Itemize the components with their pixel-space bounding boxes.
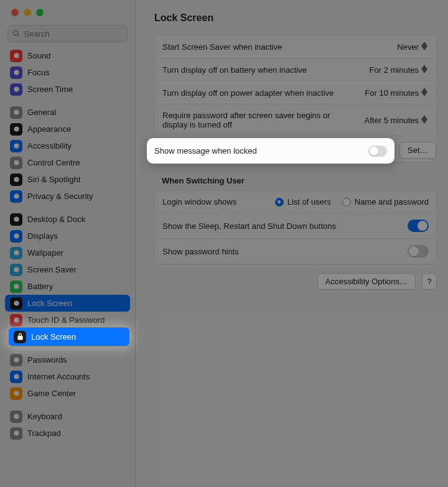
svg-point-11 bbox=[14, 250, 19, 255]
svg-point-5 bbox=[14, 143, 19, 148]
touchid-icon bbox=[10, 314, 22, 327]
sidebar: SoundFocusScreen TimeGeneralAppearanceAc… bbox=[0, 0, 136, 487]
gamecenter-icon bbox=[10, 387, 22, 400]
radio-icon bbox=[342, 198, 351, 206]
svg-point-4 bbox=[14, 126, 19, 131]
settings-row-popup[interactable]: After 5 minutes bbox=[365, 115, 429, 125]
screentime-icon bbox=[10, 83, 22, 96]
settings-row-popup[interactable]: Never bbox=[397, 42, 429, 52]
settings-window: SoundFocusScreen TimeGeneralAppearanceAc… bbox=[0, 0, 448, 487]
sidebar-item-label: Accessibility bbox=[27, 141, 72, 151]
login-window-radio-group: List of users Name and password bbox=[275, 197, 429, 206]
sidebar-item-battery[interactable]: Battery bbox=[5, 278, 130, 295]
sidebar-item-label: Screen Time bbox=[27, 85, 73, 94]
switch-show-password-hints[interactable] bbox=[408, 245, 429, 257]
sidebar-item-displays[interactable]: Displays bbox=[5, 228, 130, 244]
label-show-message-when-locked: Show message when locked bbox=[154, 146, 257, 155]
sidebar-item-touch-id-password[interactable]: Touch ID & Password bbox=[5, 312, 130, 328]
svg-point-17 bbox=[14, 357, 19, 362]
switch-show-sleep-buttons[interactable] bbox=[408, 220, 429, 232]
battery-icon bbox=[10, 281, 22, 293]
label-show-sleep-buttons: Show the Sleep, Restart and Shut Down bu… bbox=[162, 221, 400, 231]
sidebar-item-label: Desktop & Dock bbox=[27, 215, 85, 224]
svg-point-19 bbox=[14, 391, 19, 396]
radio-list-of-users[interactable]: List of users bbox=[275, 197, 331, 206]
sidebar-item-wallpaper[interactable]: Wallpaper bbox=[5, 244, 130, 261]
switch-show-message-when-locked[interactable] bbox=[368, 146, 387, 157]
settings-row-popup[interactable]: For 10 minutes bbox=[365, 88, 429, 98]
sidebar-item-focus[interactable]: Focus bbox=[5, 64, 130, 81]
help-button[interactable]: ? bbox=[422, 273, 437, 290]
settings-row-label: Turn display off on power adapter when i… bbox=[162, 88, 357, 98]
svg-point-9 bbox=[14, 216, 19, 221]
zoom-window-button[interactable] bbox=[36, 9, 44, 16]
minimize-window-button[interactable] bbox=[24, 9, 31, 16]
settings-row: Require password after screen saver begi… bbox=[155, 104, 436, 136]
focus-icon bbox=[10, 67, 22, 79]
set-message-button[interactable]: Set… bbox=[399, 142, 436, 159]
sidebar-item-accessibility[interactable]: Accessibility bbox=[5, 137, 130, 154]
sidebar-item-screen-time[interactable]: Screen Time bbox=[5, 81, 130, 98]
sidebar-item-label: Appearance bbox=[27, 124, 71, 134]
trackpad-icon bbox=[10, 427, 22, 440]
svg-point-2 bbox=[14, 86, 19, 91]
sidebar-item-trackpad[interactable]: Trackpad bbox=[5, 425, 130, 442]
sidebar-item-siri-spotlight[interactable]: Siri & Spotlight bbox=[5, 171, 130, 188]
sidebar-item-appearance[interactable]: Appearance bbox=[5, 121, 130, 137]
sidebar-item-general[interactable]: General bbox=[5, 104, 130, 121]
svg-point-21 bbox=[14, 430, 19, 435]
controlcentre-icon bbox=[10, 157, 22, 169]
section-title-switching-user: When Switching User bbox=[162, 176, 437, 185]
svg-point-20 bbox=[14, 414, 19, 419]
key-icon bbox=[10, 354, 22, 366]
search-field[interactable] bbox=[7, 25, 128, 42]
sidebar-item-passwords[interactable]: Passwords bbox=[5, 351, 130, 368]
sidebar-item-lock-screen[interactable]: Lock Screen bbox=[9, 328, 129, 346]
sidebar-item-label: Touch ID & Password bbox=[27, 315, 105, 325]
accessibility-options-button[interactable]: Accessibility Options… bbox=[317, 273, 416, 290]
svg-point-15 bbox=[14, 317, 19, 322]
settings-row-label: Require password after screen saver begi… bbox=[162, 111, 357, 129]
window-controls bbox=[0, 0, 135, 22]
sidebar-item-label: Siri & Spotlight bbox=[27, 175, 80, 184]
settings-row-popup[interactable]: For 2 minutes bbox=[370, 65, 429, 75]
row-show-sleep-buttons: Show the Sleep, Restart and Shut Down bu… bbox=[155, 213, 436, 239]
accessibility-icon bbox=[10, 140, 22, 152]
sidebar-item-sound[interactable]: Sound bbox=[5, 47, 130, 64]
close-window-button[interactable] bbox=[11, 9, 19, 16]
stepper-icon bbox=[421, 42, 429, 52]
sidebar-item-game-center[interactable]: Game Center bbox=[5, 385, 130, 402]
keyboard-icon bbox=[10, 410, 22, 423]
svg-point-12 bbox=[14, 267, 19, 272]
settings-row-label: Start Screen Saver when inactive bbox=[162, 42, 390, 52]
search-input[interactable] bbox=[24, 29, 123, 39]
sidebar-item-label: Lock Screen bbox=[27, 299, 72, 308]
radio-icon bbox=[275, 198, 284, 206]
row-show-message-when-locked: Show message when locked bbox=[147, 138, 394, 164]
sidebar-item-keyboard[interactable]: Keyboard bbox=[5, 408, 130, 425]
sidebar-item-label: Passwords bbox=[27, 355, 67, 364]
sidebar-item-label: Screen Saver bbox=[27, 265, 77, 274]
sidebar-item-privacy-security[interactable]: Privacy & Security bbox=[5, 188, 130, 205]
sidebar-item-lock-screen[interactable]: Lock Screen bbox=[5, 295, 130, 312]
sidebar-item-label: Focus bbox=[27, 68, 49, 77]
svg-point-1 bbox=[14, 70, 19, 75]
sidebar-item-label: Displays bbox=[27, 231, 58, 241]
lock-screen-panel-2: Login window shows List of users Name an… bbox=[154, 190, 437, 264]
main-content: Lock Screen Start Screen Saver when inac… bbox=[136, 0, 448, 487]
sidebar-item-label: Control Centre bbox=[27, 158, 80, 167]
stepper-icon bbox=[421, 65, 429, 75]
sidebar-item-desktop-dock[interactable]: Desktop & Dock bbox=[5, 211, 130, 228]
row-show-password-hints: Show password hints bbox=[155, 239, 436, 264]
radio-name-and-password[interactable]: Name and password bbox=[342, 197, 429, 206]
sidebar-item-control-centre[interactable]: Control Centre bbox=[5, 154, 130, 171]
sidebar-item-label: General bbox=[27, 108, 56, 117]
gear-icon bbox=[10, 106, 22, 119]
sidebar-item-internet-accounts[interactable]: Internet Accounts bbox=[5, 368, 130, 385]
displays-icon bbox=[10, 230, 22, 243]
at-icon bbox=[10, 371, 22, 383]
sidebar-item-screen-saver[interactable]: Screen Saver bbox=[5, 261, 130, 278]
screensaver-icon bbox=[10, 264, 22, 276]
search-icon bbox=[12, 29, 21, 38]
svg-point-10 bbox=[14, 233, 19, 238]
